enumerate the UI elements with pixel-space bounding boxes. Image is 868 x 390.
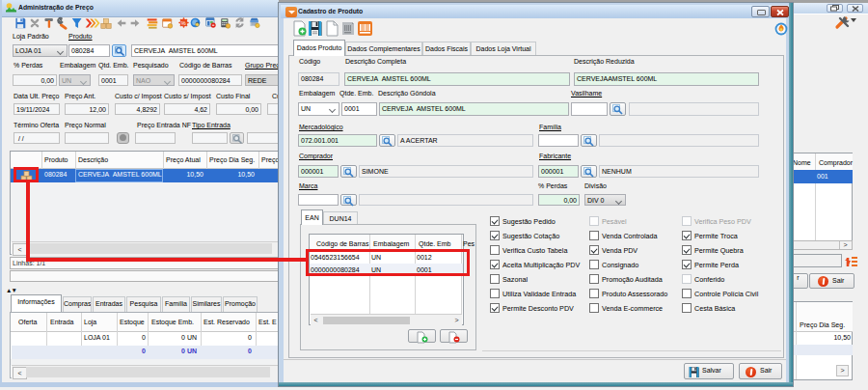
svg-text:%: %	[181, 20, 186, 26]
